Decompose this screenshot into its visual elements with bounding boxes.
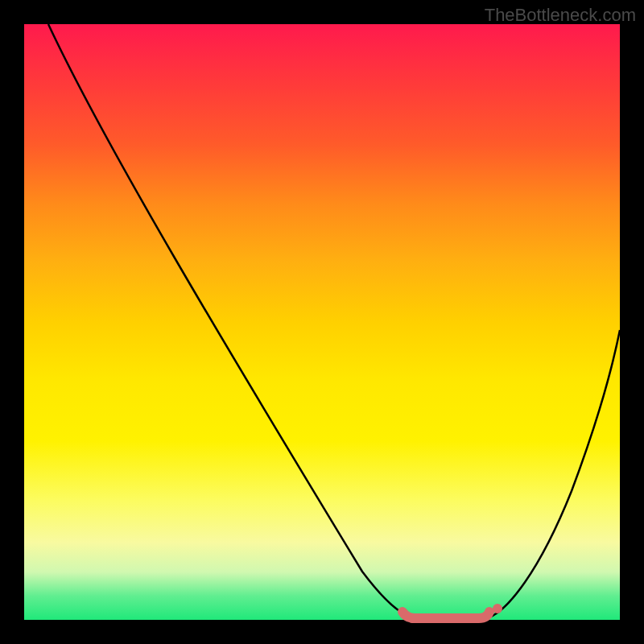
bottleneck-curve-right (487, 330, 620, 618)
optimal-zone-marker (402, 612, 489, 618)
bottleneck-curve-left (48, 24, 415, 618)
watermark-text: TheBottleneck.com (485, 5, 636, 26)
optimal-zone-end-dot (493, 604, 502, 613)
chart-svg (24, 24, 620, 620)
